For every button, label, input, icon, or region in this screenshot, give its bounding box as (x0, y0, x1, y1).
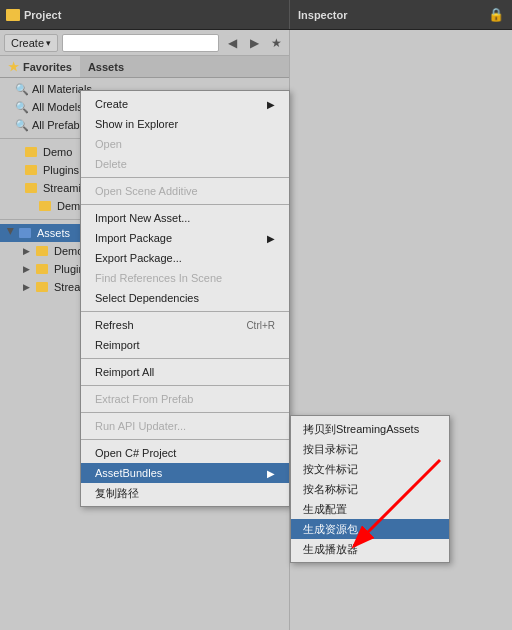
submenu-arrow-icon: ▶ (267, 233, 275, 244)
menu-separator (81, 358, 289, 359)
folder-icon (36, 282, 48, 292)
project-tab-label[interactable]: Project (24, 9, 61, 21)
menu-item-import-package[interactable]: Import Package ▶ (81, 228, 289, 248)
search-icon: 🔍 (15, 83, 29, 96)
expand-arrow-icon: ▶ (23, 246, 33, 256)
item-label: Assets (37, 227, 70, 239)
shortcut-label: Ctrl+R (246, 320, 275, 331)
menu-item-show-explorer[interactable]: Show in Explorer (81, 114, 289, 134)
tab-row: ★ Favorites Assets (0, 56, 289, 78)
assetbundles-submenu: 拷贝到StreamingAssets 按目录标记 按文件标记 按名称标记 生成配… (290, 415, 450, 563)
menu-item-copy-path[interactable]: 复制路径 (81, 483, 289, 503)
menu-item-open: Open (81, 134, 289, 154)
menu-item-find-references: Find References In Scene (81, 268, 289, 288)
project-folder-icon (6, 9, 20, 21)
submenu-item-gen-bundle[interactable]: 生成资源包 (291, 519, 449, 539)
submenu-item-label: 按名称标记 (303, 482, 358, 497)
menu-item-extract-prefab: Extract From Prefab (81, 389, 289, 409)
menu-item-select-deps[interactable]: Select Dependencies (81, 288, 289, 308)
menu-item-export-package[interactable]: Export Package... (81, 248, 289, 268)
menu-item-import-new[interactable]: Import New Asset... (81, 208, 289, 228)
menu-item-label: AssetBundles (95, 467, 162, 479)
item-label: Demo (54, 245, 83, 257)
search-icon: 🔍 (15, 119, 29, 132)
item-label: Plugins (43, 164, 79, 176)
submenu-item-label: 按目录标记 (303, 442, 358, 457)
assets-label: Assets (88, 61, 124, 73)
menu-item-label: Reimport (95, 339, 140, 351)
folder-icon (25, 165, 37, 175)
menu-item-delete: Delete (81, 154, 289, 174)
create-label: Create (11, 37, 44, 49)
inspector-tab-label[interactable]: Inspector (298, 9, 348, 21)
menu-item-label: Import New Asset... (95, 212, 190, 224)
folder-icon (19, 228, 31, 238)
submenu-item-label: 生成资源包 (303, 522, 358, 537)
submenu-item-gen-config[interactable]: 生成配置 (291, 499, 449, 519)
folder-icon (36, 264, 48, 274)
submenu-item-copy-streaming[interactable]: 拷贝到StreamingAssets (291, 419, 449, 439)
menu-item-label: 复制路径 (95, 486, 139, 501)
top-bar: Project Inspector 🔒 (0, 0, 512, 30)
menu-separator (81, 311, 289, 312)
submenu-item-label: 生成播放器 (303, 542, 358, 557)
submenu-item-gen-player[interactable]: 生成播放器 (291, 539, 449, 559)
star-toolbar-icon[interactable]: ★ (267, 34, 285, 52)
submenu-arrow-icon: ▶ (267, 99, 275, 110)
menu-item-open-csharp[interactable]: Open C# Project (81, 443, 289, 463)
menu-item-label: Create (95, 98, 128, 110)
menu-item-label: Select Dependencies (95, 292, 199, 304)
menu-item-label: Export Package... (95, 252, 182, 264)
menu-item-label: Open C# Project (95, 447, 176, 459)
assets-tab[interactable]: Assets (80, 56, 132, 77)
forward-icon[interactable]: ▶ (245, 34, 263, 52)
favorites-tab[interactable]: ★ Favorites (0, 56, 80, 77)
menu-item-label: Refresh (95, 319, 134, 331)
folder-icon (25, 183, 37, 193)
create-arrow: ▾ (46, 38, 51, 48)
menu-item-label: Find References In Scene (95, 272, 222, 284)
lock-icon[interactable]: 🔒 (488, 7, 504, 22)
submenu-item-label: 拷贝到StreamingAssets (303, 422, 419, 437)
create-button[interactable]: Create ▾ (4, 34, 58, 52)
menu-item-create[interactable]: Create ▶ (81, 94, 289, 114)
context-menu: Create ▶ Show in Explorer Open Delete Op… (80, 90, 290, 507)
folder-icon (36, 246, 48, 256)
submenu-item-by-file[interactable]: 按文件标记 (291, 459, 449, 479)
menu-separator (81, 204, 289, 205)
menu-item-reimport[interactable]: Reimport (81, 335, 289, 355)
left-panel: Create ▾ ◀ ▶ ★ ★ Favorites Assets 🔍 All … (0, 30, 290, 630)
inspector-icons: 🔒 (488, 7, 504, 22)
menu-item-assetbundles[interactable]: AssetBundles ▶ (81, 463, 289, 483)
back-icon[interactable]: ◀ (223, 34, 241, 52)
toolbar-row: Create ▾ ◀ ▶ ★ (0, 30, 289, 56)
submenu-arrow-icon: ▶ (267, 468, 275, 479)
menu-item-reimport-all[interactable]: Reimport All (81, 362, 289, 382)
menu-separator (81, 412, 289, 413)
menu-item-label: Reimport All (95, 366, 154, 378)
project-tab-area: Project (0, 0, 290, 29)
menu-item-label: Run API Updater... (95, 420, 186, 432)
search-input[interactable] (62, 34, 219, 52)
main-area: Create ▾ ◀ ▶ ★ ★ Favorites Assets 🔍 All … (0, 30, 512, 630)
search-icon: 🔍 (15, 101, 29, 114)
expand-arrow-icon: ▶ (23, 264, 33, 274)
menu-separator (81, 439, 289, 440)
submenu-item-by-dir[interactable]: 按目录标记 (291, 439, 449, 459)
submenu-item-label: 按文件标记 (303, 462, 358, 477)
submenu-item-by-name[interactable]: 按名称标记 (291, 479, 449, 499)
menu-item-label: Extract From Prefab (95, 393, 193, 405)
menu-item-open-scene-additive: Open Scene Additive (81, 181, 289, 201)
menu-item-label: Open Scene Additive (95, 185, 198, 197)
menu-item-label: Show in Explorer (95, 118, 178, 130)
expand-arrow-icon: ▶ (23, 282, 33, 292)
item-label: All Models (32, 101, 83, 113)
menu-item-refresh[interactable]: Refresh Ctrl+R (81, 315, 289, 335)
menu-separator (81, 177, 289, 178)
menu-separator (81, 385, 289, 386)
folder-icon (39, 201, 51, 211)
expand-arrow-icon: ▶ (6, 228, 16, 238)
menu-item-label: Import Package (95, 232, 172, 244)
item-label: Demo (43, 146, 72, 158)
star-icon: ★ (8, 60, 19, 74)
